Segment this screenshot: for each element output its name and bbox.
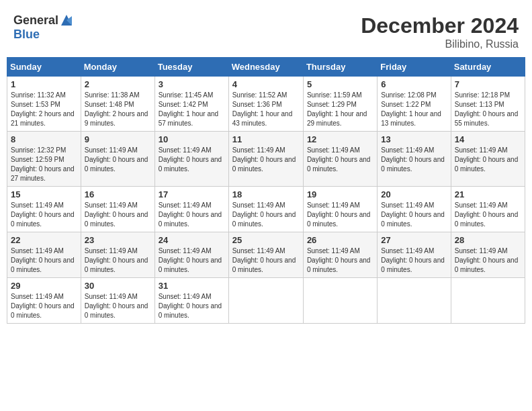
calendar-cell: 21Sunset: 11:49 AM Daylight: 0 hours and…	[451, 187, 525, 232]
day-number: 10	[159, 134, 225, 144]
logo-general: General	[13, 14, 58, 28]
calendar-cell: 17Sunset: 11:49 AM Daylight: 0 hours and…	[154, 187, 228, 232]
day-info: Sunrise: 12:32 PM Sunset: 12:59 PM Dayli…	[11, 146, 77, 183]
day-number: 24	[159, 235, 225, 245]
calendar-cell: 5Sunrise: 11:59 AM Sunset: 1:29 PM Dayli…	[303, 77, 377, 132]
calendar-cell: 31Sunset: 11:49 AM Daylight: 0 hours and…	[154, 278, 228, 324]
calendar-cell: 28Sunset: 11:49 AM Daylight: 0 hours and…	[451, 232, 525, 278]
logo-blue: Blue	[13, 28, 73, 42]
day-info: Sunset: 11:49 AM Daylight: 0 hours and 0…	[307, 201, 373, 229]
calendar-cell: 8Sunrise: 12:32 PM Sunset: 12:59 PM Dayl…	[7, 132, 81, 187]
calendar-cell: 20Sunset: 11:49 AM Daylight: 0 hours and…	[378, 187, 451, 232]
day-number: 11	[232, 134, 300, 144]
weekday-header: Tuesday	[154, 58, 228, 77]
day-number: 23	[85, 235, 151, 245]
calendar-header-row: SundayMondayTuesdayWednesdayThursdayFrid…	[7, 58, 525, 77]
day-number: 4	[232, 79, 300, 89]
calendar-week-row: 29Sunset: 11:49 AM Daylight: 0 hours and…	[7, 278, 525, 324]
calendar-cell	[303, 278, 377, 324]
day-info: Sunset: 11:49 AM Daylight: 0 hours and 0…	[11, 246, 77, 275]
calendar-cell: 11Sunset: 11:49 AM Daylight: 0 hours and…	[228, 132, 303, 187]
calendar-cell: 4Sunrise: 11:52 AM Sunset: 1:36 PM Dayli…	[228, 77, 303, 132]
day-number: 27	[381, 235, 447, 245]
weekday-header: Sunday	[7, 58, 81, 77]
day-number: 14	[455, 134, 521, 144]
calendar-week-row: 15Sunset: 11:49 AM Daylight: 0 hours and…	[7, 187, 525, 232]
day-number: 8	[11, 134, 77, 144]
day-info: Sunset: 11:49 AM Daylight: 0 hours and 0…	[159, 201, 225, 229]
day-number: 30	[85, 281, 151, 291]
day-number: 21	[455, 189, 521, 199]
day-info: Sunrise: 12:18 PM Sunset: 1:13 PM Daylig…	[455, 91, 521, 128]
day-info: Sunset: 11:49 AM Daylight: 0 hours and 0…	[232, 146, 300, 174]
calendar-cell	[378, 278, 451, 324]
day-info: Sunset: 11:49 AM Daylight: 0 hours and 0…	[381, 246, 447, 275]
day-number: 19	[307, 189, 373, 199]
day-number: 7	[455, 79, 521, 89]
day-info: Sunset: 11:49 AM Daylight: 0 hours and 0…	[11, 292, 77, 320]
day-number: 5	[307, 79, 373, 89]
day-info: Sunrise: 11:52 AM Sunset: 1:36 PM Daylig…	[232, 91, 300, 128]
calendar-cell: 7Sunrise: 12:18 PM Sunset: 1:13 PM Dayli…	[451, 77, 525, 132]
header: General Blue December 2024 Bilibino, Rus…	[7, 7, 525, 54]
calendar-week-row: 1Sunrise: 11:32 AM Sunset: 1:53 PM Dayli…	[7, 77, 525, 132]
day-number: 9	[85, 134, 151, 144]
calendar-cell: 23Sunset: 11:49 AM Daylight: 0 hours and…	[81, 232, 154, 278]
day-number: 28	[455, 235, 521, 245]
calendar-cell: 15Sunset: 11:49 AM Daylight: 0 hours and…	[7, 187, 81, 232]
day-info: Sunset: 11:49 AM Daylight: 0 hours and 0…	[307, 146, 373, 174]
day-number: 20	[381, 189, 447, 199]
logo: General Blue	[13, 13, 73, 42]
calendar-cell: 13Sunset: 11:49 AM Daylight: 0 hours and…	[378, 132, 451, 187]
calendar-cell: 9Sunset: 11:49 AM Daylight: 0 hours and …	[81, 132, 154, 187]
day-info: Sunrise: 11:32 AM Sunset: 1:53 PM Daylig…	[11, 91, 77, 128]
day-info: Sunset: 11:49 AM Daylight: 0 hours and 0…	[232, 246, 300, 275]
day-number: 29	[11, 281, 77, 291]
day-info: Sunset: 11:49 AM Daylight: 0 hours and 0…	[85, 201, 151, 229]
day-info: Sunrise: 11:38 AM Sunset: 1:48 PM Daylig…	[85, 91, 151, 128]
calendar-cell: 22Sunset: 11:49 AM Daylight: 0 hours and…	[7, 232, 81, 278]
calendar-cell: 14Sunset: 11:49 AM Daylight: 0 hours and…	[451, 132, 525, 187]
location-title: Bilibino, Russia	[361, 38, 519, 50]
day-number: 6	[381, 79, 447, 89]
day-info: Sunset: 11:49 AM Daylight: 0 hours and 0…	[85, 246, 151, 275]
calendar-cell	[228, 278, 303, 324]
calendar-cell: 26Sunset: 11:49 AM Daylight: 0 hours and…	[303, 232, 377, 278]
weekday-header: Wednesday	[228, 58, 303, 77]
calendar-cell: 27Sunset: 11:49 AM Daylight: 0 hours and…	[378, 232, 451, 278]
calendar-week-row: 8Sunrise: 12:32 PM Sunset: 12:59 PM Dayl…	[7, 132, 525, 187]
calendar-cell: 30Sunset: 11:49 AM Daylight: 0 hours and…	[81, 278, 154, 324]
day-info: Sunrise: 11:59 AM Sunset: 1:29 PM Daylig…	[307, 91, 373, 128]
day-number: 18	[232, 189, 300, 199]
day-info: Sunset: 11:49 AM Daylight: 0 hours and 0…	[455, 201, 521, 229]
day-info: Sunrise: 12:08 PM Sunset: 1:22 PM Daylig…	[381, 91, 447, 128]
day-number: 1	[11, 79, 77, 89]
day-info: Sunset: 11:49 AM Daylight: 0 hours and 0…	[85, 146, 151, 174]
calendar-cell: 10Sunset: 11:49 AM Daylight: 0 hours and…	[154, 132, 228, 187]
day-info: Sunset: 11:49 AM Daylight: 0 hours and 0…	[455, 146, 521, 174]
calendar-cell: 18Sunset: 11:49 AM Daylight: 0 hours and…	[228, 187, 303, 232]
calendar-cell: 2Sunrise: 11:38 AM Sunset: 1:48 PM Dayli…	[81, 77, 154, 132]
day-info: Sunrise: 11:45 AM Sunset: 1:42 PM Daylig…	[159, 91, 225, 128]
day-number: 2	[85, 79, 151, 89]
calendar-cell: 19Sunset: 11:49 AM Daylight: 0 hours and…	[303, 187, 377, 232]
title-area: December 2024 Bilibino, Russia	[361, 13, 519, 50]
weekday-header: Friday	[378, 58, 451, 77]
day-info: Sunset: 11:49 AM Daylight: 0 hours and 0…	[232, 201, 300, 229]
weekday-header: Monday	[81, 58, 154, 77]
calendar-cell: 6Sunrise: 12:08 PM Sunset: 1:22 PM Dayli…	[378, 77, 451, 132]
calendar-cell: 16Sunset: 11:49 AM Daylight: 0 hours and…	[81, 187, 154, 232]
calendar-cell: 12Sunset: 11:49 AM Daylight: 0 hours and…	[303, 132, 377, 187]
day-number: 12	[307, 134, 373, 144]
calendar-cell: 25Sunset: 11:49 AM Daylight: 0 hours and…	[228, 232, 303, 278]
calendar: SundayMondayTuesdayWednesdayThursdayFrid…	[7, 57, 525, 324]
day-number: 13	[381, 134, 447, 144]
day-number: 22	[11, 235, 77, 245]
day-number: 31	[159, 281, 225, 291]
day-number: 26	[307, 235, 373, 245]
day-info: Sunset: 11:49 AM Daylight: 0 hours and 0…	[11, 201, 77, 229]
calendar-cell: 1Sunrise: 11:32 AM Sunset: 1:53 PM Dayli…	[7, 77, 81, 132]
day-number: 16	[85, 189, 151, 199]
day-info: Sunset: 11:49 AM Daylight: 0 hours and 0…	[159, 292, 225, 320]
day-info: Sunset: 11:49 AM Daylight: 0 hours and 0…	[381, 201, 447, 229]
